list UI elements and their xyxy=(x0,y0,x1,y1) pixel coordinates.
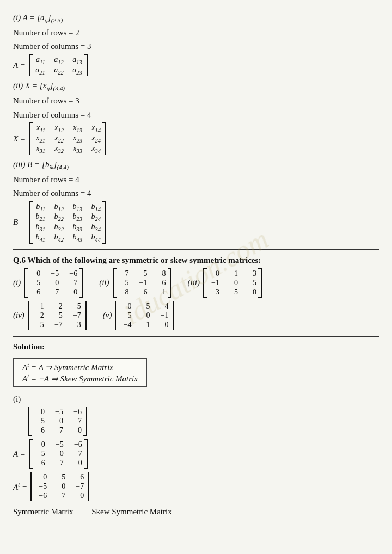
part-i-matrix-content: a11 a12 a13 a21 a22 a23 xyxy=(34,54,82,77)
cell: 0 xyxy=(73,491,84,500)
cell: x23 xyxy=(71,134,82,144)
cell: x33 xyxy=(71,144,82,154)
q6-text: Which of the following are symmetric or … xyxy=(27,256,261,264)
divider-1 xyxy=(13,249,379,250)
rule-1: At = A ⇒ Symmetric Matrix xyxy=(22,361,138,372)
cell: 3 xyxy=(246,269,256,278)
cell: 6 xyxy=(34,426,45,435)
q6-label: Q.6 xyxy=(13,256,27,264)
q6-i-matrix: 0 −5 −6 5 0 7 6 −7 0 xyxy=(24,268,83,298)
cell: 0 xyxy=(52,417,63,426)
cell: 5 xyxy=(34,417,45,426)
sol-i-At-line: At = 0 5 6 −5 0 −7 −6 7 0 xyxy=(13,472,379,501)
part-ii-header: (ii) X = [xij](3,4) xyxy=(13,79,379,93)
part-i-header: (i) A = [aij](2,3) xyxy=(13,11,379,25)
sol-i-initial-matrix: 0 −5 −6 5 0 7 6 −7 0 xyxy=(28,407,379,436)
part-iii-header: (iii) B = [bik](4,4) xyxy=(13,158,379,172)
cell: b22 xyxy=(53,212,64,222)
cell: 0 xyxy=(36,473,47,482)
cell: −1 xyxy=(209,279,219,287)
part-i-matrix-label: A = xyxy=(13,61,26,70)
cell: a13 xyxy=(71,56,82,65)
q6-iii-label: (iii) xyxy=(188,278,200,287)
part-i-matrix-line: A = a11 a12 a13 a21 a22 a23 xyxy=(13,54,379,77)
part-ii-label: (ii) X = [xij](3,4) xyxy=(13,81,65,90)
bracket-right xyxy=(83,301,87,330)
cell: b42 xyxy=(53,233,64,243)
sol-i-At-matrix: 0 5 6 −5 0 −7 −6 7 0 xyxy=(30,472,89,501)
bracket-right xyxy=(84,439,88,469)
cell: a21 xyxy=(34,66,45,76)
sol-i-A-matrix: 0 −5 −6 5 0 7 6 −7 0 xyxy=(29,439,88,469)
part-iii-matrix-label: B = xyxy=(13,218,26,227)
cell: −1 xyxy=(137,279,148,287)
cell: 6 xyxy=(155,279,166,287)
part-iii-matrix-line: B = b11 b12 b13 b14 b21 b22 b23 b24 b31 … xyxy=(13,201,379,244)
cell: x14 xyxy=(90,124,101,133)
cell: 5 xyxy=(34,450,45,458)
cell: b21 xyxy=(34,212,45,222)
bracket-right xyxy=(258,268,262,298)
cell: 0 xyxy=(157,321,168,329)
part-ii-matrix: x11 x12 x13 x14 x21 x22 x23 x24 x31 x32 … xyxy=(29,122,106,155)
q6-ii-matrix: 7 5 8 5 −1 6 8 6 −1 xyxy=(113,268,171,298)
question-6-header: Q.6 Which of the following are symmetric… xyxy=(13,256,379,265)
cell: 4 xyxy=(157,302,168,311)
cell: 0 xyxy=(227,279,238,287)
cell: −3 xyxy=(209,288,219,297)
cell: a11 xyxy=(34,56,45,65)
q6-matrix-i: (i) 0 −5 −6 5 0 7 6 −7 0 xyxy=(13,268,83,298)
part-iii-matrix-content: b11 b12 b13 b14 b21 b22 b23 b24 b31 b32 … xyxy=(34,201,101,244)
part-ii-rows: Number of rows = 3 xyxy=(13,95,379,107)
cell: 8 xyxy=(155,269,166,278)
cell: 1 xyxy=(227,269,238,278)
sol-i-bkt: 0 −5 −6 5 0 7 6 −7 0 xyxy=(28,407,87,436)
bracket-left xyxy=(29,439,33,469)
cell: 0 xyxy=(34,440,45,449)
bracket-left xyxy=(28,407,32,436)
cell: −6 xyxy=(66,269,77,278)
q6-matrix-iii: (iii) 0 1 3 −1 0 5 −3 −5 0 xyxy=(188,268,262,298)
cell: x21 xyxy=(34,134,45,144)
rule-2: At = −A ⇒ Skew Symmetric Matrix xyxy=(22,373,138,384)
cell: x13 xyxy=(71,124,82,133)
cell: x12 xyxy=(53,124,64,133)
part-ii-section: (ii) X = [xij](3,4) Number of rows = 3 N… xyxy=(13,79,379,155)
q6-ii-content: 7 5 8 5 −1 6 8 6 −1 xyxy=(118,268,166,298)
cell: 1 xyxy=(33,302,44,311)
q6-matrix-ii: (ii) 7 5 8 5 −1 6 8 6 −1 xyxy=(99,268,171,298)
cell: 5 xyxy=(29,279,40,287)
part-iii-section: (iii) B = [bik](4,4) Number of rows = 4 … xyxy=(13,158,379,244)
cell: 5 xyxy=(118,279,129,287)
part-ii-matrix-content: x11 x12 x13 x14 x21 x22 x23 x24 x31 x32 … xyxy=(34,122,101,155)
solution-rules-box: At = A ⇒ Symmetric Matrix At = −A ⇒ Skew… xyxy=(13,358,147,387)
q6-matrix-v: (v) 0 −5 4 5 0 −1 −4 1 0 xyxy=(103,301,174,330)
cell: 5 xyxy=(137,269,148,278)
solution-header: Solution: xyxy=(13,342,379,352)
q6-iv-label: (iv) xyxy=(13,311,24,320)
sol-i-A-label: A = xyxy=(13,450,26,459)
cell: b14 xyxy=(90,202,101,212)
cell: −5 xyxy=(52,408,63,416)
cell: b41 xyxy=(34,233,45,243)
bracket-left xyxy=(28,301,32,330)
part-ii-cols: Number of columns = 4 xyxy=(13,109,379,121)
cell: 5 xyxy=(120,311,131,320)
cell: x24 xyxy=(90,134,101,144)
sol-i-At-content: 0 5 6 −5 0 −7 −6 7 0 xyxy=(36,472,84,501)
cell: 6 xyxy=(29,288,40,297)
part-iii-matrix: b11 b12 b13 b14 b21 b22 b23 b24 b31 b32 … xyxy=(29,201,106,244)
sol-i-conclusion-text: Symmetric Matrix Skew Symmetric Matrix xyxy=(13,507,172,516)
cell: −7 xyxy=(70,311,81,320)
solution-section: Solution: At = A ⇒ Symmetric Matrix At =… xyxy=(13,342,379,518)
q6-iii-matrix: 0 1 3 −1 0 5 −3 −5 0 xyxy=(203,268,262,298)
cell: a12 xyxy=(53,56,64,65)
bracket-left xyxy=(29,122,33,155)
question-6-section: Q.6 Which of the following are symmetric… xyxy=(13,256,379,330)
cell: −6 xyxy=(71,440,82,449)
cell: 6 xyxy=(137,288,148,297)
bracket-right xyxy=(102,201,106,244)
cell: 0 xyxy=(54,482,65,491)
cell: 0 xyxy=(34,408,45,416)
divider-2 xyxy=(13,336,379,337)
